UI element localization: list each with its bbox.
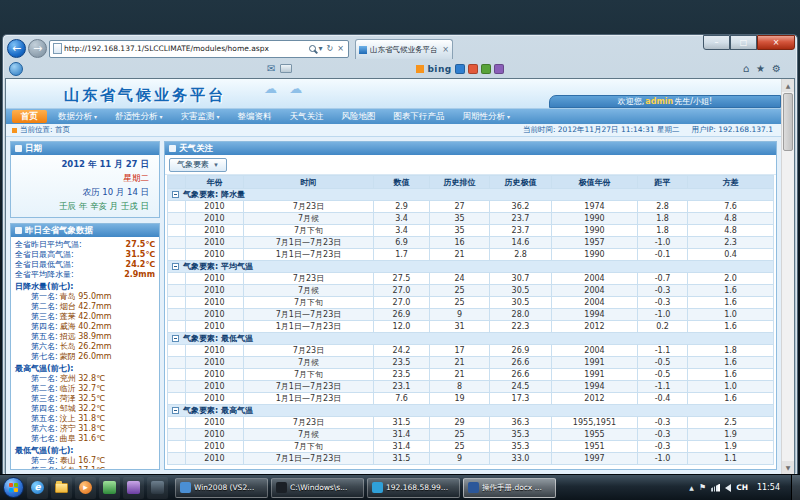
search-icon[interactable] [309, 45, 316, 52]
cloud-decoration-icons: ☁ ☁ [264, 81, 306, 96]
back-button[interactable]: ← [7, 39, 26, 58]
table-row[interactable]: 20101月1日—7月23日12.03122.320120.21.6 [168, 321, 774, 333]
volume-icon[interactable] [725, 484, 731, 492]
forward-button[interactable]: → [28, 39, 47, 58]
table-row[interactable]: 20107月候27.02530.52004-0.31.6 [168, 285, 774, 297]
taskbar-window-button[interactable]: 操作手册.docx ... [463, 478, 556, 498]
rank-value: 蒙阴 26.0mm [60, 352, 112, 362]
browser-tab[interactable]: 山东省气候业务平台 × [355, 39, 453, 59]
bingbar-tool-icon-2[interactable] [468, 64, 478, 74]
home-icon[interactable]: ⌂ [743, 64, 749, 74]
table-row[interactable]: 20107月23日31.52936.31955,1951-0.32.5 [168, 417, 774, 429]
nav-item[interactable]: 天气关注 [281, 109, 333, 124]
taskbar-window-button[interactable]: Win2008 (VS2... [175, 478, 268, 498]
table-row[interactable]: 20107月1日—7月23日26.9928.01994-1.01.0 [168, 309, 774, 321]
app-launcher-icon-1[interactable] [99, 477, 120, 499]
table-section-row[interactable]: 气象要素: 最高气温 [168, 405, 774, 417]
ie-launcher-icon[interactable]: e [27, 477, 48, 499]
msn-quick-icon[interactable] [9, 62, 23, 76]
minimize-button[interactable]: – [703, 35, 730, 50]
rank-value: 汶上 31.8℃ [60, 414, 105, 424]
close-button[interactable]: × [757, 35, 795, 50]
table-cell: 19 [430, 393, 490, 405]
column-header: 时间 [244, 176, 374, 189]
address-dropdown-icon[interactable]: ▾ [318, 45, 324, 53]
nav-item[interactable]: 整编资料 [229, 109, 281, 124]
nav-item[interactable]: 灾害监测▾ [172, 109, 229, 124]
scrollbar-thumb[interactable] [783, 93, 793, 151]
table-cell: 2010 [186, 249, 244, 261]
table-row[interactable]: 20107月23日24.21726.92004-1.11.8 [168, 345, 774, 357]
nav-item[interactable]: 风险地图 [333, 109, 385, 124]
address-bar[interactable]: http://192.168.137.1/SLCCLIMATE/modules/… [49, 40, 349, 58]
table-row[interactable]: 20107月下旬31.42535.31951-0.31.9 [168, 441, 774, 453]
app-launcher-icon-2[interactable] [123, 477, 144, 499]
start-button[interactable] [3, 477, 24, 498]
tray-expand-icon[interactable]: ▲ [689, 484, 694, 491]
table-row[interactable]: 20107月23日2.92736.219742.87.6 [168, 201, 774, 213]
scroll-down-icon[interactable]: ▼ [782, 461, 794, 474]
explorer-folder-icon[interactable] [51, 477, 72, 499]
nav-item-label: 首页 [21, 110, 38, 123]
scroll-up-icon[interactable]: ▲ [782, 79, 794, 92]
stop-icon[interactable]: × [336, 45, 345, 53]
rank-item: 第二名:长岛 17.1℃ [15, 466, 155, 469]
table-cell: 12.0 [374, 321, 430, 333]
table-row[interactable]: 20101月1日—7月23日7.61917.32012-0.41.6 [168, 393, 774, 405]
table-row[interactable]: 20107月1日—7月23日23.1824.51994-1.11.0 [168, 381, 774, 393]
language-indicator[interactable]: CH [736, 483, 748, 492]
taskbar-clock[interactable]: 11:54 [753, 483, 784, 492]
table-row[interactable]: 20107月1日—7月23日6.91614.61957-1.02.3 [168, 237, 774, 249]
action-center-flag-icon[interactable]: ⚑ [699, 484, 706, 492]
row-lead-cell [168, 417, 186, 429]
taskbar-window-button[interactable]: 192.168.58.99... [367, 478, 460, 498]
vertical-scrollbar[interactable]: ▲ ▼ [781, 79, 794, 474]
maximize-button[interactable]: □ [730, 35, 757, 50]
bingbar-tool-icon-3[interactable] [481, 64, 491, 74]
print-icon[interactable] [280, 64, 292, 73]
table-cell: 2010 [186, 297, 244, 309]
table-row[interactable]: 20107月候3.43523.719901.84.8 [168, 213, 774, 225]
network-icon[interactable] [711, 484, 720, 492]
table-row[interactable]: 20107月23日27.52430.72004-0.72.0 [168, 273, 774, 285]
table-section-row[interactable]: 气象要素: 最低气温 [168, 333, 774, 345]
table-row[interactable]: 20107月候23.52126.61991-0.51.6 [168, 357, 774, 369]
show-desktop-button[interactable] [791, 475, 800, 500]
tab-close-icon[interactable]: × [442, 45, 449, 54]
windows-flag-icon [9, 483, 18, 492]
settings-gear-icon[interactable]: ⚙ [772, 64, 781, 74]
refresh-icon[interactable]: ↻ [326, 45, 335, 53]
collapse-icon[interactable] [172, 263, 179, 270]
collapse-icon[interactable] [172, 407, 179, 414]
mail-icon[interactable]: ✉ [267, 64, 275, 74]
table-row[interactable]: 20107月1日—7月23日31.5933.01997-1.01.1 [168, 453, 774, 465]
table-cell: 4.8 [688, 225, 774, 237]
table-cell: 1.9 [688, 429, 774, 441]
rank-item: 第四名:威海 40.2mm [15, 322, 155, 332]
favorites-star-icon[interactable]: ★ [756, 64, 765, 74]
url-text[interactable]: http://192.168.137.1/SLCCLIMATE/modules/… [64, 44, 307, 53]
nav-item[interactable]: 图表下行产品 [385, 109, 454, 124]
element-filter-button[interactable]: 气象要素 ▼ [169, 158, 227, 172]
collapse-icon[interactable] [172, 191, 179, 198]
taskbar-window-button[interactable]: C:\Windows\s... [271, 478, 364, 498]
app-launcher-icon-3[interactable] [147, 477, 168, 499]
nav-item[interactable]: 周期性分析▾ [454, 109, 520, 124]
table-row[interactable]: 20101月1日—7月23日1.7212.81990-0.10.4 [168, 249, 774, 261]
table-section-row[interactable]: 气象要素: 平均气温 [168, 261, 774, 273]
table-row[interactable]: 20107月候31.42535.31955-0.31.9 [168, 429, 774, 441]
nav-item[interactable]: 首页 [12, 110, 47, 123]
bing-label[interactable]: bing [427, 64, 451, 74]
bingbar-tool-icon-1[interactable] [455, 64, 465, 74]
table-row[interactable]: 20107月下旬27.02530.52004-0.31.6 [168, 297, 774, 309]
collapse-icon[interactable] [172, 335, 179, 342]
bingbar-tool-icon-4[interactable] [494, 64, 504, 74]
media-player-icon[interactable]: ▸ [75, 477, 96, 499]
row-lead-cell [168, 309, 186, 321]
rank-value: 曲阜 31.6℃ [60, 434, 105, 444]
nav-item[interactable]: 数据分析▾ [49, 109, 106, 124]
table-row[interactable]: 20107月下旬3.43523.719901.84.8 [168, 225, 774, 237]
table-row[interactable]: 20107月下旬23.52126.61991-0.51.6 [168, 369, 774, 381]
nav-item[interactable]: 舒适性分析▾ [106, 109, 172, 124]
table-section-row[interactable]: 气象要素: 降水量 [168, 189, 774, 201]
